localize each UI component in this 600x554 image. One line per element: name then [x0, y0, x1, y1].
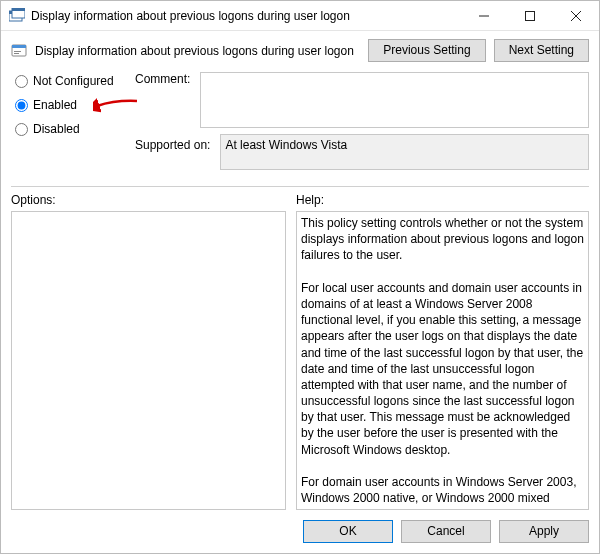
panel-labels: Options: Help:: [1, 193, 599, 207]
svg-rect-10: [14, 51, 21, 52]
svg-rect-9: [12, 45, 26, 48]
divider: [11, 186, 589, 187]
help-box[interactable]: [296, 211, 589, 510]
radio-not-configured-label: Not Configured: [33, 74, 114, 88]
supported-on-label: Supported on:: [135, 134, 220, 170]
svg-rect-5: [526, 11, 535, 20]
window-title: Display information about previous logon…: [31, 9, 461, 23]
policy-header: Display information about previous logon…: [1, 31, 599, 72]
next-setting-button[interactable]: Next Setting: [494, 39, 589, 62]
comment-textarea[interactable]: [200, 72, 589, 128]
options-box[interactable]: [11, 211, 286, 510]
policy-title: Display information about previous logon…: [35, 44, 360, 58]
radio-enabled-label: Enabled: [33, 98, 77, 112]
apply-button[interactable]: Apply: [499, 520, 589, 543]
titlebar: Display information about previous logon…: [1, 1, 599, 31]
supported-on-value: [220, 134, 589, 170]
radio-disabled-input[interactable]: [15, 123, 28, 136]
ok-button[interactable]: OK: [303, 520, 393, 543]
help-label: Help:: [296, 193, 589, 207]
dialog-footer: OK Cancel Apply: [1, 510, 599, 553]
state-radio-group: Not Configured Enabled Disabled: [15, 72, 135, 136]
comment-label: Comment:: [135, 72, 200, 128]
close-icon: [571, 11, 581, 21]
close-button[interactable]: [553, 1, 599, 31]
radio-disabled[interactable]: Disabled: [15, 122, 135, 136]
policy-icon: [11, 43, 27, 59]
radio-not-configured[interactable]: Not Configured: [15, 74, 135, 88]
previous-setting-button[interactable]: Previous Setting: [368, 39, 485, 62]
maximize-button[interactable]: [507, 1, 553, 31]
cancel-button[interactable]: Cancel: [401, 520, 491, 543]
svg-rect-3: [12, 8, 25, 11]
panels-area: [1, 207, 599, 510]
app-icon: [9, 8, 25, 24]
config-area: Not Configured Enabled Disabled: [1, 72, 599, 182]
minimize-icon: [479, 11, 489, 21]
options-label: Options:: [11, 193, 286, 207]
maximize-icon: [525, 11, 535, 21]
radio-not-configured-input[interactable]: [15, 75, 28, 88]
radio-enabled-input[interactable]: [15, 99, 28, 112]
radio-enabled[interactable]: Enabled: [15, 98, 135, 112]
svg-rect-11: [14, 53, 19, 54]
radio-disabled-label: Disabled: [33, 122, 80, 136]
minimize-button[interactable]: [461, 1, 507, 31]
